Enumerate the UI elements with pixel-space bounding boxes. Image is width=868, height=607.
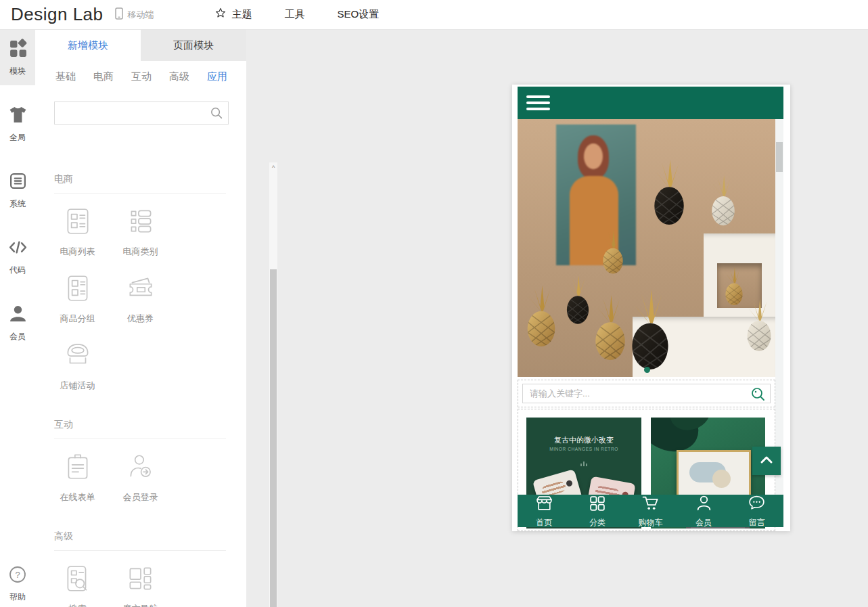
modules-grid-icon — [8, 39, 28, 61]
rail-item-system[interactable]: 系统 — [0, 162, 35, 218]
section-title: 电商 — [54, 162, 226, 194]
top-bar: Design Lab 移动端 主题 工具 SEO设置 — [0, 0, 868, 30]
coupon-icon — [125, 273, 156, 307]
pineapple-figurine — [522, 265, 561, 367]
ecom-category-icon — [125, 206, 156, 240]
mobile-phone-icon — [113, 7, 125, 22]
nav-message[interactable]: 留言 — [730, 495, 783, 527]
grid-icon — [588, 494, 606, 515]
device-indicator: 移动端 — [113, 7, 154, 22]
rail-item-member[interactable]: 会员 — [0, 295, 35, 351]
nav-cart[interactable]: 购物车 — [624, 495, 677, 527]
person-icon — [8, 304, 28, 326]
promo-subtitle: MINOR CHANGES IN RETRO — [526, 447, 641, 451]
nav-category[interactable]: 分类 — [571, 495, 624, 527]
category-app[interactable]: 应用 — [207, 70, 227, 83]
mobile-preview: 复古中的微小改变 MINOR CHANGES IN RETRO 首页 — [512, 85, 790, 531]
module-search-box — [54, 102, 229, 125]
module-shop-activity[interactable]: 店铺活动 — [46, 340, 109, 392]
search-icon — [210, 106, 223, 122]
rail-item-code[interactable]: 代码 — [0, 229, 35, 284]
keyword-search-input[interactable] — [523, 384, 770, 403]
module-grid: 搜索 魔方导航 在线视频 文件下载 在线地图 — [35, 551, 234, 607]
equalizer-mark-icon — [580, 457, 588, 469]
storefront-icon — [535, 494, 553, 515]
nav-home[interactable]: 首页 — [518, 495, 571, 527]
preview-header — [518, 87, 783, 119]
module-ecom-list[interactable]: 电商列表 — [46, 206, 109, 258]
help-question-icon: ? — [7, 564, 28, 587]
green-search-icon — [750, 386, 766, 405]
module-member-login[interactable]: 会员登录 — [109, 451, 172, 503]
menu-seo[interactable]: SEO设置 — [338, 8, 380, 21]
hero-banner[interactable] — [518, 119, 775, 377]
scrollbar-thumb[interactable] — [270, 269, 277, 607]
preview-scrollbar — [775, 119, 783, 495]
scroll-to-top-button[interactable] — [752, 447, 781, 475]
category-tabs: 基础 电商 互动 高级 应用 — [35, 61, 246, 92]
module-ecom-category[interactable]: 电商类别 — [109, 206, 172, 258]
bottom-nav: 首页 分类 购物车 会员 留言 — [518, 495, 783, 527]
device-label: 移动端 — [128, 9, 154, 21]
section-title: 高级 — [54, 520, 226, 551]
module-list: 电商 电商列表 电商类别 商品分组 优惠券 店铺活动 — [35, 162, 234, 607]
chevron-up-icon — [757, 450, 776, 472]
app-logo: Design Lab — [11, 4, 104, 25]
online-form-icon — [62, 451, 93, 485]
module-online-form[interactable]: 在线表单 — [46, 451, 109, 503]
code-icon — [8, 238, 28, 260]
tshirt-icon — [8, 105, 28, 127]
cart-icon — [641, 494, 660, 515]
hamburger-menu-icon[interactable] — [526, 95, 550, 114]
theme-star-icon — [214, 7, 227, 22]
category-interactive[interactable]: 互动 — [131, 70, 152, 83]
system-list-icon — [8, 171, 28, 194]
person-outline-icon — [695, 494, 713, 515]
ecom-list-icon — [62, 206, 93, 240]
module-grid: 电商列表 电商类别 商品分组 优惠券 店铺活动 — [35, 194, 234, 408]
panel-tabs: 新增模块 页面模块 — [35, 30, 246, 61]
module-coupon[interactable]: 优惠券 — [109, 273, 172, 325]
category-basic[interactable]: 基础 — [55, 70, 76, 83]
module-search-input[interactable] — [55, 102, 228, 124]
menu-theme[interactable]: 主题 — [214, 7, 252, 22]
preview-scrollbar-thumb[interactable] — [776, 142, 783, 172]
tab-page-module[interactable]: 页面模块 — [141, 30, 246, 61]
promo-title: 复古中的微小改变 — [526, 435, 641, 445]
top-menu: 主题 工具 SEO设置 — [214, 7, 380, 22]
keyword-search-box — [522, 384, 771, 403]
category-ecommerce[interactable]: 电商 — [93, 70, 114, 83]
carousel-dot[interactable] — [644, 367, 650, 373]
svg-text:?: ? — [15, 570, 20, 580]
pineapple-figurine — [648, 145, 690, 240]
cube-nav-icon — [125, 563, 156, 597]
rail-item-help[interactable]: ? 帮助 — [0, 564, 35, 603]
section-title: 互动 — [54, 408, 226, 439]
left-rail: 模块 全局 系统 代码 会员 ? 帮助 — [0, 30, 35, 607]
rail-item-global[interactable]: 全局 — [0, 96, 35, 152]
pineapple-figurine — [599, 217, 627, 287]
module-panel: 新增模块 页面模块 基础 电商 互动 高级 应用 电商 电商列表 电商类别 — [35, 30, 246, 607]
module-product-group[interactable]: 商品分组 — [46, 273, 109, 325]
pineapple-figurine — [624, 282, 676, 377]
pineapple-figurine — [707, 161, 739, 240]
module-cube-nav[interactable]: 魔方导航 — [109, 563, 172, 607]
module-grid: 在线表单 会员登录 — [35, 439, 234, 520]
shop-activity-icon — [62, 340, 93, 374]
scrollbar-up-arrow[interactable]: ^ — [269, 162, 277, 173]
category-advanced[interactable]: 高级 — [169, 70, 189, 83]
panel-scrollbar: ^ — [269, 162, 277, 607]
rail-item-modules[interactable]: 模块 — [0, 30, 35, 85]
pineapple-figurine — [742, 288, 775, 361]
product-group-icon — [62, 273, 93, 307]
menu-tools[interactable]: 工具 — [285, 8, 305, 21]
member-login-icon — [125, 451, 156, 485]
module-search[interactable]: 搜索 — [46, 563, 109, 607]
nav-member[interactable]: 会员 — [677, 495, 731, 527]
speech-bubble-icon — [748, 494, 766, 515]
search-module[interactable] — [518, 380, 775, 407]
tab-add-module[interactable]: 新增模块 — [35, 30, 141, 61]
search-module-icon — [62, 563, 93, 597]
